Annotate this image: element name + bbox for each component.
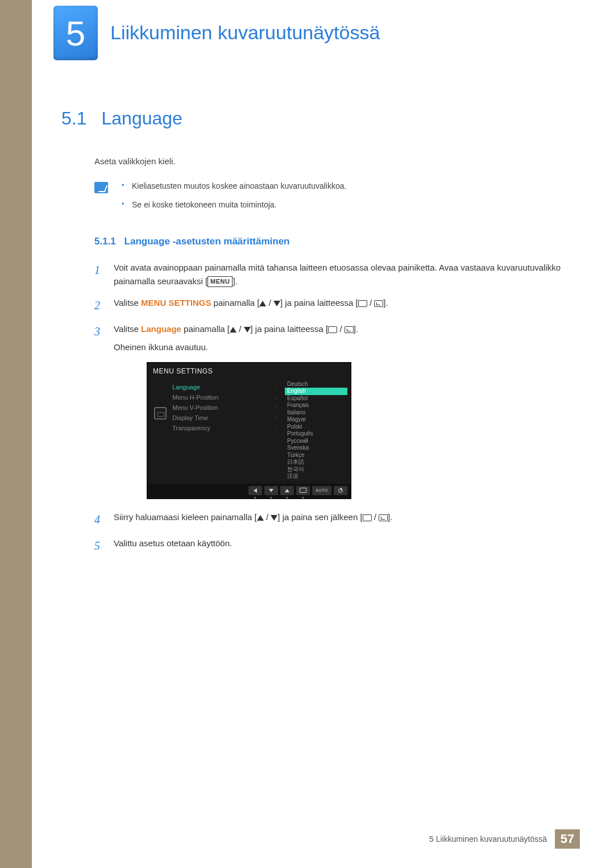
step-3: 3 Valitse Language painamalla [ / ] ja p…	[94, 322, 569, 354]
subsection-heading: 5.1.1 Language -asetusten määrittäminen	[94, 236, 569, 247]
osd-title: MENU SETTINGS	[147, 363, 351, 379]
down-arrow-icon	[244, 327, 251, 333]
step-body: Valittu asetus otetaan käyttöön.	[114, 537, 569, 555]
up-arrow-icon	[259, 301, 266, 306]
step-text: ] ja paina sen jälkeen [	[277, 512, 362, 522]
osd-lang: Italiano	[285, 409, 347, 417]
step-2: 2 Valitse MENU SETTINGS painamalla [ / ]…	[94, 296, 569, 314]
step-text: painamalla [	[211, 298, 259, 308]
chapter-title: Liikkuminen kuvaruutunäytössä	[110, 22, 380, 44]
chapter-number-badge: 5	[53, 6, 98, 60]
highlight-language: Language	[141, 324, 181, 334]
down-arrow-icon	[273, 301, 280, 306]
osd-item: Language	[172, 384, 200, 391]
step-body: Voit avata avainoppaan painamalla mitä t…	[114, 261, 569, 288]
osd-language-list: Deutsch English Español Français Italian…	[285, 381, 347, 480]
osd-item: Display Time	[172, 414, 208, 421]
osd-lang: Polski	[285, 423, 347, 431]
step-4: 4 Siirry haluamaasi kieleen painamalla […	[94, 510, 569, 529]
osd-lang: Magyar	[285, 416, 347, 423]
step-5: 5 Valittu asetus otetaan käyttöön.	[94, 537, 569, 555]
enter-icon	[374, 300, 383, 307]
chapter-number: 5	[66, 13, 85, 53]
up-arrow-icon	[230, 327, 237, 333]
subsection-number: 5.1.1	[94, 236, 116, 247]
step-text: ] ja paina laitteessa [	[251, 324, 329, 334]
highlight-menu-settings: MENU SETTINGS	[141, 298, 211, 308]
step-body: Siirry haluamaasi kieleen painamalla [ /…	[114, 510, 569, 529]
step-text: ].	[383, 298, 388, 308]
osd-nav-up: ▾	[280, 486, 294, 495]
osd-screenshot: MENU SETTINGS Language: Menu H-Position:…	[147, 362, 569, 499]
osd-nav-auto: AUTO	[312, 486, 331, 495]
note-list: Kieliasetusten muutos koskee ainoastaan …	[122, 181, 346, 219]
osd-lang: 한국어	[285, 466, 347, 474]
osd-item: Menu H-Position	[172, 394, 218, 401]
intro-text: Aseta valikkojen kieli.	[94, 155, 569, 168]
step-text: painamalla [	[181, 324, 230, 334]
osd-panel: MENU SETTINGS Language: Menu H-Position:…	[147, 362, 351, 499]
step-text: Oheinen ikkuna avautuu.	[114, 340, 569, 354]
screen-icon	[328, 326, 337, 333]
note-block: Kieliasetusten muutos koskee ainoastaan …	[94, 181, 569, 219]
section-number: 5.1	[61, 108, 86, 129]
step-text: ].	[233, 276, 237, 286]
osd-nav-bar: ▾ ▾ ▾ ▾ AUTO	[147, 484, 351, 499]
osd-lang: Português	[285, 430, 347, 438]
subsection-title: Language -asetusten määrittäminen	[125, 236, 290, 247]
osd-item: Menu V-Position	[172, 404, 218, 411]
step-text: ] ja paina laitteessa [	[280, 298, 358, 308]
osd-nav-confirm: ▾	[296, 486, 310, 495]
page-footer: 5 Liikkuminen kuvaruutunäytössä 57	[429, 829, 580, 849]
osd-lang: Türkçe	[285, 452, 347, 459]
osd-lang: Français	[285, 402, 347, 409]
step-text: Voit avata avainoppaan painamalla mitä t…	[114, 263, 561, 286]
step-body: Valitse Language painamalla [ / ] ja pai…	[114, 322, 569, 354]
enter-icon	[379, 514, 388, 521]
menu-key-label: MENU	[208, 276, 233, 288]
section-title: Language	[101, 108, 182, 129]
down-arrow-icon	[271, 515, 277, 521]
footer-text: 5 Liikkuminen kuvaruutunäytössä	[429, 834, 547, 844]
note-icon	[94, 182, 108, 193]
osd-nav-left: ▾	[248, 486, 262, 495]
note-item: Kieliasetusten muutos koskee ainoastaan …	[122, 181, 346, 192]
osd-nav-power	[334, 486, 347, 495]
left-accent-stripe	[0, 0, 32, 868]
step-text: ].	[388, 512, 392, 522]
step-number: 1	[94, 261, 105, 288]
section-content: 5.1 Language Aseta valikkojen kieli. Kie…	[61, 108, 569, 563]
step-1: 1 Voit avata avainoppaan painamalla mitä…	[94, 261, 569, 288]
step-text: Valitse	[114, 324, 141, 334]
step-body: Valitse MENU SETTINGS painamalla [ / ] j…	[114, 296, 569, 314]
osd-item: Transparency	[172, 425, 210, 431]
osd-nav-down: ▾	[264, 486, 278, 495]
step-number: 3	[94, 322, 105, 354]
up-arrow-icon	[257, 515, 264, 521]
step-number: 2	[94, 296, 105, 314]
note-item: Se ei koske tietokoneen muita toimintoja…	[122, 200, 346, 211]
osd-menu-list: Language: Menu H-Position: Menu V-Positi…	[170, 381, 283, 480]
osd-lang: Deutsch	[285, 381, 347, 388]
osd-lang: 汉语	[285, 473, 347, 480]
osd-lang: Русский	[285, 438, 347, 445]
footer-page-number: 57	[555, 829, 580, 849]
settings-icon	[154, 407, 167, 420]
osd-lang: 日本語	[285, 459, 347, 466]
section-heading: 5.1 Language	[61, 108, 569, 129]
step-number: 5	[94, 537, 105, 555]
osd-lang-selected: English	[285, 388, 347, 395]
screen-icon	[358, 300, 367, 307]
enter-icon	[345, 326, 354, 333]
step-text: Siirry haluamaasi kieleen painamalla [	[114, 512, 257, 522]
osd-lang: Español	[285, 395, 347, 402]
osd-lang: Svenska	[285, 445, 347, 452]
screen-icon	[363, 514, 372, 521]
step-text: ].	[354, 324, 358, 334]
step-number: 4	[94, 510, 105, 529]
step-text: Valitse	[114, 298, 141, 308]
